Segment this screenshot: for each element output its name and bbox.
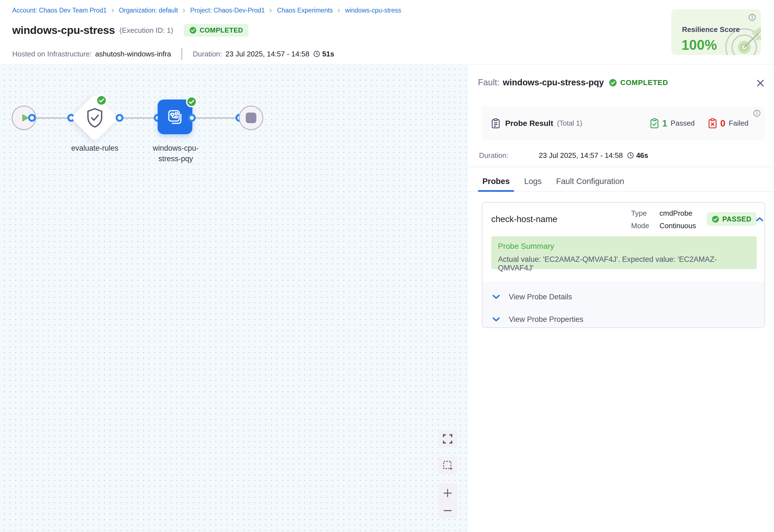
breadcrumb-current-link[interactable]: windows-cpu-stress [345,7,401,14]
success-badge-icon [96,95,107,106]
duration-value: 23 Jul 2025, 14:57 - 14:58 [225,50,309,58]
fault-duration-row: Duration: 23 Jul 2025, 14:57 - 14:58 46s [479,150,648,161]
tab-logs[interactable]: Logs [524,177,542,186]
fault-details-panel: Fault: windows-cpu-stress-pqy COMPLETED … [468,65,774,532]
failed-label: Failed [729,119,748,128]
marquee-select-button[interactable] [438,457,457,474]
check-circle-icon [712,215,719,223]
probe-name: check-host-name [491,214,557,224]
zoom-out-icon[interactable] [443,509,452,513]
resilience-score-card: Resilience Score 100% [671,9,761,55]
probe-card: check-host-name Type cmdProbe Mode Conti… [482,202,765,328]
zoom-in-out-control[interactable] [438,483,457,518]
probe-summary-text: Actual value: 'EC2AMAZ-QMVAF4J'. Expecte… [498,255,750,272]
chevron-up-icon [756,217,763,222]
clock-icon [313,51,320,57]
check-circle-icon [609,79,617,87]
connector-line [192,117,239,119]
probe-type-mode: Type cmdProbe Mode Continuous [631,207,696,232]
node-label: windows-cpu-stress-pqy [149,143,202,164]
active-tab-indicator [478,190,514,192]
passed-label: Passed [671,119,695,128]
probe-expanders: View Probe Details View Probe Properties [482,281,765,328]
duration-label: Duration: [479,151,539,160]
chevron-right-icon [182,8,186,13]
fault-label: Fault: [478,78,500,88]
failed-count: 0 [720,118,725,129]
node-label: evaluate-rules [67,143,123,153]
clock-icon [627,152,634,159]
port [188,114,196,122]
type-label: Type [631,209,655,218]
chevron-right-icon [111,8,115,13]
check-circle-icon [189,27,197,34]
fault-status: COMPLETED [620,78,668,87]
fullscreen-icon [442,434,453,444]
elapsed-time: 46s [636,151,648,160]
resilience-score-value: 100% [681,37,717,53]
view-probe-properties-toggle[interactable]: View Probe Properties [482,314,765,325]
chevron-right-icon [269,8,273,13]
chaos-experiment-execution-page: Account: Chaos Dev Team Prod1 Organizati… [0,0,774,532]
probe-summary-title: Probe Summary [498,242,750,251]
target-arrow-illustration [711,17,761,55]
execution-id: (Execution ID: 1) [120,26,173,35]
probe-result-total: (Total 1) [557,119,582,127]
fault-name: windows-cpu-stress-pqy [503,78,604,88]
divider [468,167,774,167]
breadcrumb-org-link[interactable]: Organization: default [119,7,178,14]
chevron-down-icon [492,295,500,299]
end-node [239,106,263,130]
mode-value: Continuous [659,222,696,230]
chevron-right-icon [337,8,341,13]
zoom-in-icon[interactable] [443,488,452,498]
elapsed-time: 51s [322,50,334,58]
fault-header: Fault: windows-cpu-stress-pqy COMPLETED [478,76,668,89]
breadcrumb: Account: Chaos Dev Team Prod1 Organizati… [12,7,401,14]
collapse-probe-button[interactable] [754,215,765,223]
type-value: cmdProbe [659,209,696,218]
probe-result-info-icon[interactable] [753,110,761,118]
resilience-info-icon[interactable] [748,14,756,22]
success-badge-icon [186,96,197,107]
breadcrumb-experiments-link[interactable]: Chaos Experiments [277,7,333,14]
pipeline-canvas[interactable]: evaluate-rules windows-cpu-stress-pqy [0,65,468,532]
port [116,114,123,122]
tab-probes[interactable]: Probes [482,177,510,186]
probe-status-badge: PASSED [707,212,756,226]
probe-summary: Probe Summary Actual value: 'EC2AMAZ-QMV… [491,236,757,269]
fit-to-screen-button[interactable] [438,430,457,448]
mode-label: Mode [631,222,655,230]
infrastructure-name: ashutosh-windows-infra [95,50,171,58]
port [28,114,36,122]
clipboard-icon [491,118,500,129]
tab-bar: Probes Logs Fault Configuration [478,171,629,192]
marquee-select-icon [442,460,453,471]
connector-line [120,117,158,119]
page-title: windows-cpu-stress [12,24,115,36]
title-row: windows-cpu-stress (Execution ID: 1) COM… [12,24,249,37]
experiment-status-badge: COMPLETED [184,24,249,37]
close-panel-button[interactable] [755,78,766,89]
page-header: Account: Chaos Dev Team Prod1 Organizati… [0,0,774,65]
connector-line [32,117,71,119]
breadcrumb-account-link[interactable]: Account: Chaos Dev Team Prod1 [12,7,107,14]
clipboard-x-icon [708,118,717,129]
probe-result-title: Probe Result [505,119,553,128]
chevron-down-icon [492,317,500,322]
duration-value: 23 Jul 2025, 14:57 - 14:58 [539,151,623,160]
clipboard-check-icon [650,118,659,129]
probe-result-card: Probe Result (Total 1) 1 Passed 0 Failed [482,106,765,140]
breadcrumb-project-link[interactable]: Project: Chaos-Dev-Prod1 [190,7,265,14]
experiment-info-row: Hosted on Infrastructure: ashutosh-windo… [12,48,334,60]
shield-check-icon [86,108,104,128]
resilience-score-label: Resilience Score [682,25,740,34]
close-icon [756,79,765,88]
passed-count: 1 [662,118,667,129]
hosted-on-label: Hosted on Infrastructure: [12,50,92,58]
experiment-icon [166,108,184,126]
duration-label: Duration: [193,50,222,58]
tab-fault-configuration[interactable]: Fault Configuration [556,177,624,186]
stop-icon [246,113,256,123]
view-probe-details-toggle[interactable]: View Probe Details [482,291,765,302]
